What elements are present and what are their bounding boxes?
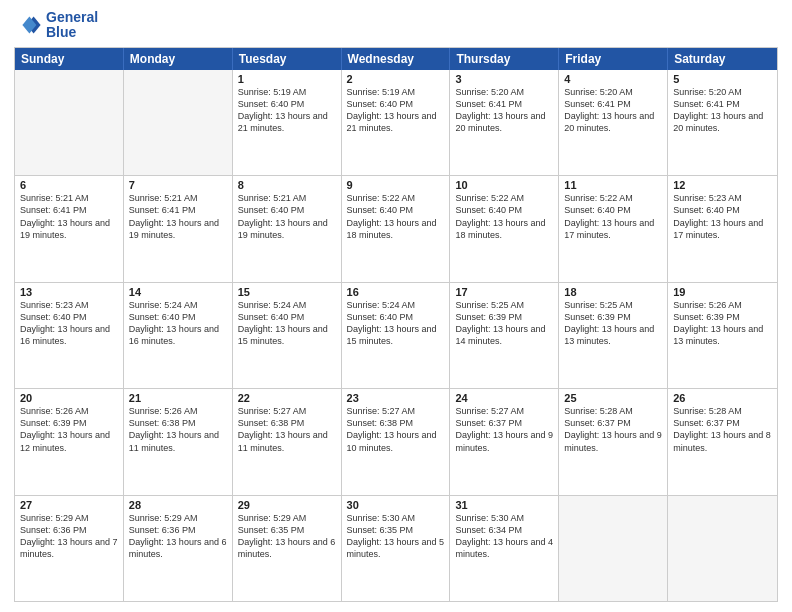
cell-info-line: Daylight: 13 hours and 11 minutes.	[238, 429, 336, 453]
day-number: 29	[238, 499, 336, 511]
header-wednesday: Wednesday	[342, 48, 451, 70]
day-number: 19	[673, 286, 772, 298]
day-number: 28	[129, 499, 227, 511]
calendar-cell: 21Sunrise: 5:26 AMSunset: 6:38 PMDayligh…	[124, 389, 233, 494]
calendar-cell: 12Sunrise: 5:23 AMSunset: 6:40 PMDayligh…	[668, 176, 777, 281]
cell-info-line: Sunset: 6:39 PM	[20, 417, 118, 429]
day-number: 31	[455, 499, 553, 511]
calendar-cell: 6Sunrise: 5:21 AMSunset: 6:41 PMDaylight…	[15, 176, 124, 281]
calendar-cell: 3Sunrise: 5:20 AMSunset: 6:41 PMDaylight…	[450, 70, 559, 175]
day-number: 2	[347, 73, 445, 85]
cell-info-line: Sunrise: 5:23 AM	[673, 192, 772, 204]
cell-info-line: Sunrise: 5:29 AM	[20, 512, 118, 524]
day-number: 16	[347, 286, 445, 298]
cell-info-line: Sunset: 6:40 PM	[564, 204, 662, 216]
cell-info-line: Sunrise: 5:24 AM	[347, 299, 445, 311]
day-number: 20	[20, 392, 118, 404]
cell-info-line: Sunset: 6:40 PM	[20, 311, 118, 323]
cell-info-line: Sunset: 6:38 PM	[129, 417, 227, 429]
cell-info-line: Sunrise: 5:25 AM	[564, 299, 662, 311]
day-number: 22	[238, 392, 336, 404]
header-monday: Monday	[124, 48, 233, 70]
cell-info-line: Daylight: 13 hours and 21 minutes.	[347, 110, 445, 134]
cell-info-line: Sunrise: 5:20 AM	[455, 86, 553, 98]
cell-info-line: Sunrise: 5:24 AM	[238, 299, 336, 311]
cell-info-line: Sunrise: 5:27 AM	[238, 405, 336, 417]
day-number: 23	[347, 392, 445, 404]
cell-info-line: Sunset: 6:40 PM	[238, 98, 336, 110]
calendar-cell: 8Sunrise: 5:21 AMSunset: 6:40 PMDaylight…	[233, 176, 342, 281]
cell-info-line: Sunrise: 5:23 AM	[20, 299, 118, 311]
cell-info-line: Daylight: 13 hours and 17 minutes.	[673, 217, 772, 241]
cell-info-line: Sunrise: 5:21 AM	[20, 192, 118, 204]
logo-text: General Blue	[46, 10, 98, 41]
calendar-cell: 17Sunrise: 5:25 AMSunset: 6:39 PMDayligh…	[450, 283, 559, 388]
cell-info-line: Sunrise: 5:25 AM	[455, 299, 553, 311]
cell-info-line: Daylight: 13 hours and 13 minutes.	[564, 323, 662, 347]
calendar-cell: 18Sunrise: 5:25 AMSunset: 6:39 PMDayligh…	[559, 283, 668, 388]
calendar-header: Sunday Monday Tuesday Wednesday Thursday…	[15, 48, 777, 70]
cell-info-line: Sunrise: 5:20 AM	[564, 86, 662, 98]
day-number: 5	[673, 73, 772, 85]
calendar-cell: 11Sunrise: 5:22 AMSunset: 6:40 PMDayligh…	[559, 176, 668, 281]
calendar-cell: 31Sunrise: 5:30 AMSunset: 6:34 PMDayligh…	[450, 496, 559, 601]
cell-info-line: Daylight: 13 hours and 20 minutes.	[673, 110, 772, 134]
cell-info-line: Sunset: 6:39 PM	[564, 311, 662, 323]
calendar-cell: 25Sunrise: 5:28 AMSunset: 6:37 PMDayligh…	[559, 389, 668, 494]
cell-info-line: Daylight: 13 hours and 19 minutes.	[238, 217, 336, 241]
cell-info-line: Daylight: 13 hours and 9 minutes.	[455, 429, 553, 453]
calendar-row: 1Sunrise: 5:19 AMSunset: 6:40 PMDaylight…	[15, 70, 777, 175]
calendar-row: 6Sunrise: 5:21 AMSunset: 6:41 PMDaylight…	[15, 175, 777, 281]
calendar-cell	[124, 70, 233, 175]
cell-info-line: Daylight: 13 hours and 19 minutes.	[129, 217, 227, 241]
day-number: 21	[129, 392, 227, 404]
cell-info-line: Sunset: 6:37 PM	[564, 417, 662, 429]
cell-info-line: Sunrise: 5:28 AM	[564, 405, 662, 417]
header-saturday: Saturday	[668, 48, 777, 70]
header-friday: Friday	[559, 48, 668, 70]
calendar-cell: 15Sunrise: 5:24 AMSunset: 6:40 PMDayligh…	[233, 283, 342, 388]
cell-info-line: Sunrise: 5:29 AM	[238, 512, 336, 524]
cell-info-line: Daylight: 13 hours and 11 minutes.	[129, 429, 227, 453]
calendar-cell: 26Sunrise: 5:28 AMSunset: 6:37 PMDayligh…	[668, 389, 777, 494]
cell-info-line: Daylight: 13 hours and 16 minutes.	[20, 323, 118, 347]
cell-info-line: Sunrise: 5:29 AM	[129, 512, 227, 524]
cell-info-line: Daylight: 13 hours and 18 minutes.	[347, 217, 445, 241]
logo: General Blue	[14, 10, 98, 41]
cell-info-line: Sunrise: 5:26 AM	[129, 405, 227, 417]
cell-info-line: Sunrise: 5:21 AM	[129, 192, 227, 204]
day-number: 26	[673, 392, 772, 404]
day-number: 15	[238, 286, 336, 298]
header-tuesday: Tuesday	[233, 48, 342, 70]
cell-info-line: Daylight: 13 hours and 9 minutes.	[564, 429, 662, 453]
calendar-cell: 7Sunrise: 5:21 AMSunset: 6:41 PMDaylight…	[124, 176, 233, 281]
cell-info-line: Daylight: 13 hours and 19 minutes.	[20, 217, 118, 241]
calendar-cell: 28Sunrise: 5:29 AMSunset: 6:36 PMDayligh…	[124, 496, 233, 601]
cell-info-line: Daylight: 13 hours and 20 minutes.	[455, 110, 553, 134]
cell-info-line: Sunset: 6:37 PM	[455, 417, 553, 429]
day-number: 4	[564, 73, 662, 85]
cell-info-line: Sunset: 6:40 PM	[129, 311, 227, 323]
day-number: 3	[455, 73, 553, 85]
cell-info-line: Sunset: 6:35 PM	[238, 524, 336, 536]
cell-info-line: Sunrise: 5:19 AM	[347, 86, 445, 98]
page: General Blue Sunday Monday Tuesday Wedne…	[0, 0, 792, 612]
calendar-cell: 5Sunrise: 5:20 AMSunset: 6:41 PMDaylight…	[668, 70, 777, 175]
cell-info-line: Daylight: 13 hours and 6 minutes.	[129, 536, 227, 560]
calendar-cell: 13Sunrise: 5:23 AMSunset: 6:40 PMDayligh…	[15, 283, 124, 388]
day-number: 18	[564, 286, 662, 298]
cell-info-line: Daylight: 13 hours and 13 minutes.	[673, 323, 772, 347]
calendar-cell: 29Sunrise: 5:29 AMSunset: 6:35 PMDayligh…	[233, 496, 342, 601]
calendar-cell	[668, 496, 777, 601]
cell-info-line: Daylight: 13 hours and 12 minutes.	[20, 429, 118, 453]
header-thursday: Thursday	[450, 48, 559, 70]
day-number: 6	[20, 179, 118, 191]
calendar-cell: 20Sunrise: 5:26 AMSunset: 6:39 PMDayligh…	[15, 389, 124, 494]
cell-info-line: Sunset: 6:34 PM	[455, 524, 553, 536]
cell-info-line: Sunrise: 5:27 AM	[455, 405, 553, 417]
cell-info-line: Sunset: 6:36 PM	[129, 524, 227, 536]
cell-info-line: Sunrise: 5:26 AM	[20, 405, 118, 417]
calendar-cell: 14Sunrise: 5:24 AMSunset: 6:40 PMDayligh…	[124, 283, 233, 388]
cell-info-line: Daylight: 13 hours and 14 minutes.	[455, 323, 553, 347]
cell-info-line: Sunset: 6:40 PM	[673, 204, 772, 216]
